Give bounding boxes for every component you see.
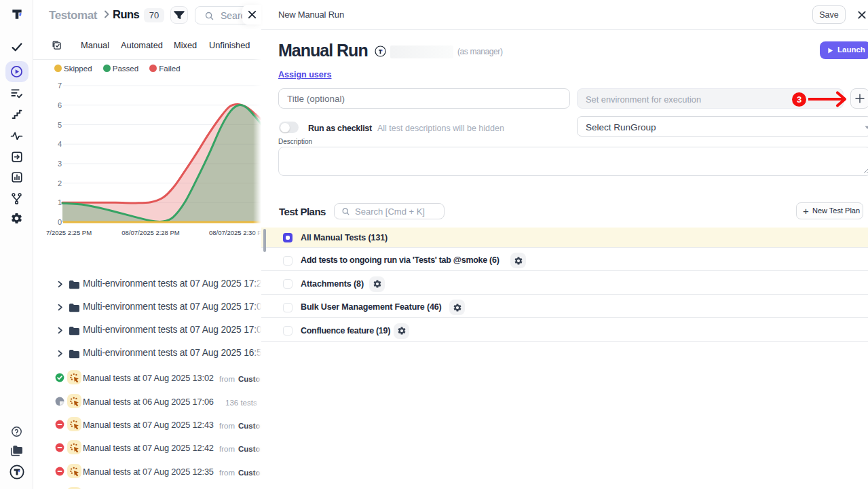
svg-text:1: 1 <box>58 198 62 206</box>
svg-text:3: 3 <box>58 160 62 168</box>
svg-text:0: 0 <box>58 218 62 226</box>
svg-text:7: 7 <box>58 82 62 90</box>
svg-text:6: 6 <box>58 101 62 109</box>
svg-text:4: 4 <box>58 140 62 148</box>
svg-text:7/2025 2:25 PM: 7/2025 2:25 PM <box>46 229 92 236</box>
svg-text:08/07/2025 2:28 PM: 08/07/2025 2:28 PM <box>121 229 180 236</box>
svg-text:5: 5 <box>58 121 62 129</box>
svg-text:2: 2 <box>58 179 62 187</box>
